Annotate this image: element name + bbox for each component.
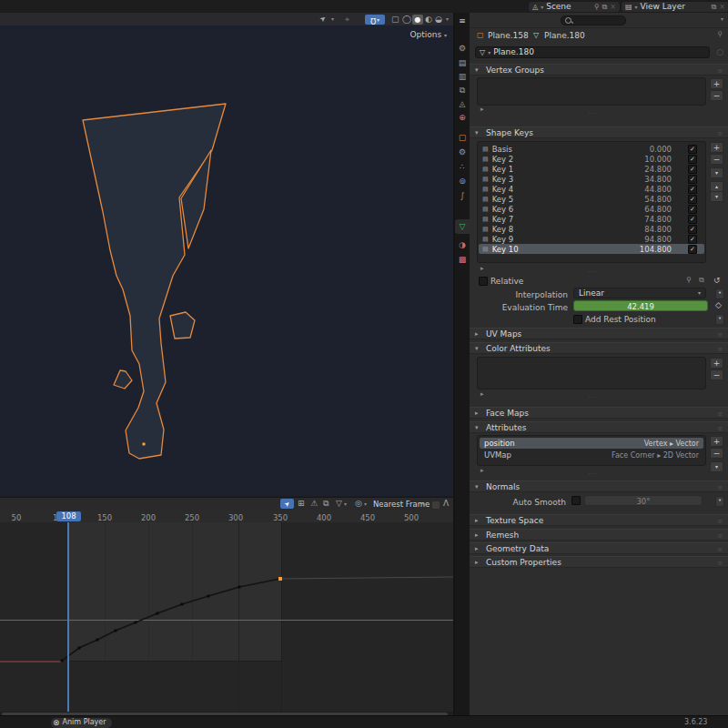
panel-header-normals[interactable]: ▾ Normals ≡	[470, 480, 728, 492]
shape-key-value[interactable]: 54.800	[644, 195, 672, 204]
tab-object-data[interactable]: ▽	[455, 220, 470, 233]
panel-grip-icon[interactable]: ≡	[717, 560, 723, 567]
shape-key-value[interactable]: 64.800	[644, 205, 672, 214]
fcurve-extrapolation[interactable]	[280, 577, 454, 579]
shading-rendered-icon[interactable]: ◒	[435, 15, 442, 24]
color-attribute-remove-button[interactable]: −	[710, 369, 723, 380]
panel-header-face-maps[interactable]: ▸ Face Maps ≡	[470, 407, 728, 419]
panel-grip-icon[interactable]: ≡	[717, 67, 723, 75]
shape-key-name[interactable]: Key 4	[492, 185, 514, 194]
editor-type-icon[interactable]: ≡	[455, 15, 470, 27]
viewport-canvas[interactable]: Options ▾	[0, 25, 454, 496]
relative-checkbox[interactable]	[479, 277, 488, 286]
shape-key-name[interactable]: Key 9	[492, 235, 514, 244]
box-select-icon[interactable]: ⊞	[298, 500, 305, 508]
tab-particles[interactable]: ∴	[455, 160, 470, 173]
filter-icon[interactable]: ▽	[336, 500, 342, 508]
shape-key-mute-checkbox[interactable]: ✓	[688, 195, 697, 204]
attribute-add-button[interactable]: +	[710, 436, 723, 447]
scene-name[interactable]: Scene	[546, 3, 592, 11]
view-layer-selector[interactable]: ▤ ▾ View Layer ⧉ ×	[621, 1, 728, 13]
panel-header-attributes[interactable]: ▾ Attributes ≡	[470, 421, 728, 433]
list-resize-grip[interactable]: ····	[588, 268, 596, 276]
tab-render[interactable]: ▤	[455, 56, 470, 69]
shape-key-value[interactable]: 0.000	[650, 145, 672, 154]
shape-key-row[interactable]: ▤Key 124.800✓	[479, 164, 704, 174]
panel-header-custom-properties[interactable]: ▸ Custom Properties ≡	[470, 556, 728, 568]
auto-smooth-angle-slider[interactable]: 30°	[584, 495, 703, 506]
mesh-name-value[interactable]: Plane.180	[493, 48, 534, 56]
shape-key-value[interactable]: 84.800	[644, 225, 672, 234]
shape-key-remove-button[interactable]: −	[710, 154, 723, 165]
keyframe-point[interactable]	[238, 586, 241, 589]
scene-selector[interactable]: ◬ ▾ Scene ⚲ ⧉ ×	[528, 1, 621, 13]
tweak-tool-icon[interactable]: ➤	[318, 15, 328, 24]
snap-toggle-button[interactable]	[431, 500, 440, 510]
panel-grip-icon[interactable]: ≡	[717, 532, 723, 540]
panel-grip-icon[interactable]: ≡	[717, 484, 723, 491]
shape-key-row[interactable]: ▤Basis0.000✓	[479, 144, 704, 154]
panel-header-remesh[interactable]: ▸ Remesh ≡	[470, 529, 728, 541]
list-filter-expand-icon[interactable]: ▸	[480, 391, 484, 398]
panel-header-vertex-groups[interactable]: ▾ Vertex Groups ≡	[470, 64, 728, 76]
playhead-line[interactable]	[67, 522, 69, 712]
keyframe-point[interactable]	[157, 612, 159, 615]
keyframe-point[interactable]	[115, 630, 117, 632]
vertex-groups-list[interactable]	[477, 77, 706, 106]
shape-key-value[interactable]: 94.800	[644, 235, 672, 244]
keyframe-point[interactable]	[207, 595, 210, 598]
frame-ruler[interactable]: 50100150200250300350400450500 108	[0, 511, 454, 523]
pin-icon[interactable]: ⚲	[717, 31, 723, 38]
shape-key-row[interactable]: ▤Key 994.800✓	[479, 234, 704, 244]
keyframe-point[interactable]	[78, 647, 81, 650]
shape-key-value[interactable]: 104.800	[640, 245, 672, 254]
panel-grip-icon[interactable]: ≡	[717, 546, 723, 553]
keyframe-point[interactable]	[181, 603, 184, 606]
list-filter-expand-icon[interactable]: ▸	[480, 266, 484, 272]
tab-modifiers[interactable]: ⚙	[455, 146, 470, 158]
snap-mode-dropdown[interactable]: Nearest Frame	[373, 500, 430, 509]
new-layer-icon[interactable]: ⧉	[712, 4, 717, 11]
panel-header-color-attributes[interactable]: ▾ Color Attributes ≡	[470, 342, 728, 354]
graph-canvas[interactable]	[0, 522, 454, 712]
panel-header-shape-keys[interactable]: ▾ Shape Keys ≡	[470, 126, 728, 138]
shape-key-mute-checkbox[interactable]: ✓	[688, 205, 697, 214]
shape-key-name[interactable]: Key 10	[492, 245, 519, 254]
select-tool-button[interactable]: ➤	[280, 499, 294, 509]
vertex-group-remove-button[interactable]: −	[710, 90, 723, 101]
shape-key-row[interactable]: ▤Key 554.800✓	[479, 194, 704, 204]
panel-header-geometry-data[interactable]: ▸ Geometry Data ≡	[470, 542, 728, 554]
shape-key-value[interactable]: 24.800	[644, 165, 672, 174]
shape-key-mute-checkbox[interactable]: ✓	[688, 225, 697, 234]
shape-key-row[interactable]: ▤Key 664.800✓	[479, 204, 704, 214]
shape-key-name[interactable]: Key 5	[492, 195, 514, 204]
refresh-icon[interactable]: ↺	[713, 277, 721, 285]
close-icon[interactable]: ×	[719, 4, 725, 11]
new-scene-icon[interactable]: ⧉	[602, 4, 608, 11]
attribute-row[interactable]: UVMap Face Corner ▸ 2D Vector	[480, 450, 703, 460]
list-resize-grip[interactable]: ····	[588, 470, 596, 478]
mesh-main-body[interactable]	[83, 104, 226, 459]
tab-world[interactable]: ⊕	[455, 111, 470, 124]
shape-key-value[interactable]: 34.800	[644, 175, 672, 184]
animate-dot-button[interactable]: •	[715, 496, 724, 507]
tab-material[interactable]: ◑	[455, 238, 470, 251]
keyframe-diamond-icon[interactable]: ◇	[715, 301, 722, 309]
snap-toggle[interactable]: Ω ▾	[365, 15, 385, 25]
overlays-icon[interactable]: ▢	[391, 15, 399, 24]
panel-grip-icon[interactable]: ≡	[717, 331, 723, 339]
shading-material-icon[interactable]: ◐	[425, 15, 432, 24]
panel-grip-icon[interactable]: ≡	[717, 346, 723, 353]
viewport-options-dropdown[interactable]: Options ▾	[410, 30, 447, 39]
keyframe-point[interactable]	[61, 660, 64, 662]
attribute-remove-button[interactable]: −	[710, 448, 723, 459]
tab-output[interactable]: ▥	[455, 70, 470, 83]
mesh-fragment-right[interactable]	[170, 312, 195, 339]
panel-header-texture-space[interactable]: ▸ Texture Space ≡	[470, 514, 728, 526]
shape-key-row[interactable]: ▤Key 884.800✓	[479, 224, 704, 234]
shading-solid-button[interactable]: ●	[412, 15, 423, 25]
panel-header-uv-maps[interactable]: ▸ UV Maps ≡	[470, 328, 728, 339]
panel-grip-icon[interactable]: ≡	[717, 410, 723, 418]
shape-key-name[interactable]: Key 6	[492, 205, 514, 214]
view-layer-name[interactable]: View Layer	[641, 3, 709, 11]
